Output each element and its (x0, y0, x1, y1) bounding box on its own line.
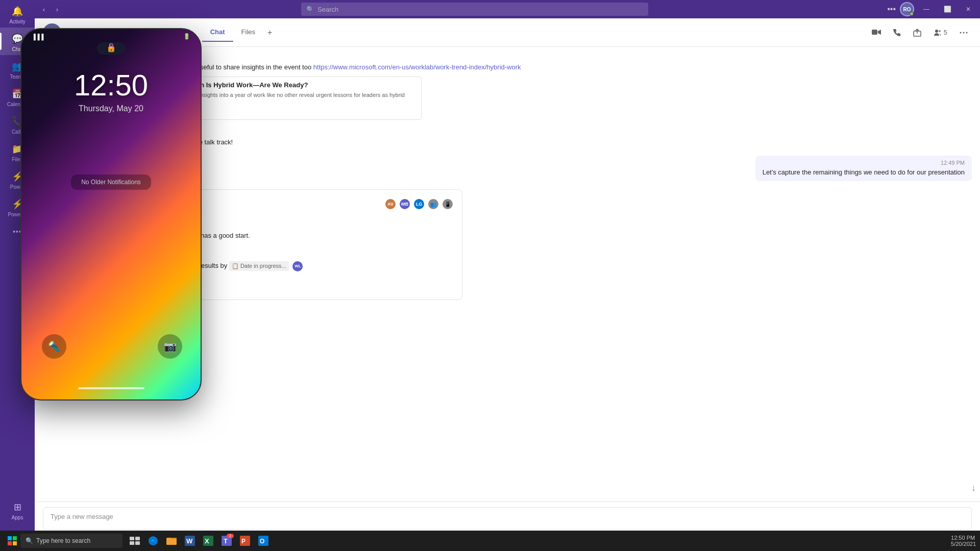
taskbar-right: 12:50 PM5/20/2021 (951, 535, 976, 547)
phone-mockup: ▐▐▐ 🔋 🔓 12:50 Thursday, May 20 No Older … (20, 28, 202, 400)
taskbar-apps: W X T 2 P O (127, 533, 272, 549)
sidebar-item-apps[interactable]: ⊞ Apps (0, 496, 35, 523)
message-input-placeholder: Type a new message (51, 513, 113, 520)
sidebar-item-activity[interactable]: 🔔 Activity (0, 0, 35, 28)
apps-icon: ⊞ (11, 501, 23, 513)
participant-avatar-3: LG (413, 198, 425, 210)
next-steps-avatars: AV MB LG 👥 📱 (384, 198, 454, 210)
share-button[interactable] (909, 24, 925, 41)
svg-text:X: X (205, 537, 209, 545)
svg-point-2 (935, 30, 938, 33)
title-bar-nav: ‹ › (39, 4, 62, 14)
taskbar-excel[interactable]: X (200, 533, 216, 549)
phone-flashlight-icon: 🔦 (42, 334, 66, 359)
svg-point-3 (939, 30, 941, 32)
phone-time: 12:50 (74, 68, 148, 102)
search-bar[interactable]: 🔍 Search (301, 3, 648, 16)
participants-count: 5 (944, 29, 947, 36)
taskbar-powerpoint[interactable]: P (237, 533, 253, 549)
svg-rect-17 (135, 537, 140, 540)
taskbar-teams[interactable]: T 2 (218, 533, 235, 549)
self-message-time: 12:49 PM (763, 160, 965, 166)
svg-rect-16 (130, 537, 134, 540)
participant-avatar-2: MB (399, 198, 411, 210)
taskbar-task-view[interactable] (127, 533, 143, 549)
start-button[interactable] (4, 533, 20, 549)
taskbar-search-icon: 🔍 (26, 537, 33, 544)
chat-tabs: Chat Files + (202, 24, 277, 41)
svg-rect-13 (13, 536, 17, 540)
participant-avatar-group: 👥 (427, 198, 439, 210)
more-options-button[interactable]: ••• (887, 5, 896, 14)
svg-text:P: P (241, 538, 246, 545)
audio-call-button[interactable] (889, 24, 905, 41)
svg-rect-12 (8, 536, 12, 540)
svg-rect-18 (130, 541, 134, 545)
title-bar-right: ••• RO — ⬜ ✕ (887, 2, 976, 16)
svg-rect-14 (8, 541, 12, 545)
phone-lock-icon: 🔓 (106, 43, 116, 53)
nav-forward-button[interactable]: › (52, 4, 62, 14)
svg-text:T: T (224, 537, 228, 545)
taskbar-time: 12:50 PM5/20/2021 (951, 535, 976, 547)
taskbar-search-placeholder: Type here to search (36, 537, 90, 544)
close-button[interactable]: ✕ (961, 6, 976, 13)
search-icon: 🔍 (306, 6, 314, 13)
search-placeholder: Search (317, 6, 338, 13)
scroll-to-bottom[interactable]: ↓ (971, 483, 976, 493)
sidebar-label-activity: Activity (9, 19, 26, 24)
participants-button[interactable]: 5 (929, 27, 951, 39)
svg-rect-19 (135, 541, 140, 545)
phone-screen: ▐▐▐ 🔋 🔓 12:50 Thursday, May 20 No Older … (21, 29, 201, 399)
tab-files[interactable]: Files (233, 24, 263, 42)
svg-rect-0 (872, 30, 877, 35)
chat-header-right: 5 (868, 24, 972, 41)
weston-avatar-inline: WL (292, 261, 303, 271)
taskbar-outlook[interactable]: O (255, 533, 272, 549)
phone-battery: 🔋 (183, 33, 190, 40)
phone-camera-icon: 📷 (158, 334, 182, 359)
user-avatar[interactable]: RO (900, 2, 914, 16)
phone-signal: ▐▐▐ (32, 34, 43, 40)
nav-back-button[interactable]: ‹ (39, 4, 49, 14)
message-input-box[interactable]: Type a new message (43, 507, 972, 530)
svg-point-5 (963, 32, 965, 33)
phone-date: Thursday, May 20 (79, 104, 143, 113)
participant-avatar-device: 📱 (442, 198, 454, 210)
more-header-button[interactable] (955, 24, 972, 41)
svg-text:W: W (186, 537, 193, 545)
participant-avatar-1: AV (384, 198, 397, 210)
message-link[interactable]: https://www.microsoft.com/en-us/worklab/… (313, 63, 521, 71)
video-call-button[interactable] (868, 24, 885, 41)
self-message-bubble: 12:49 PM Let's capture the remaining thi… (755, 156, 972, 182)
svg-rect-15 (13, 541, 17, 545)
phone-bottom-icons: 🔦 📷 (42, 334, 182, 359)
tab-chat[interactable]: Chat (202, 24, 233, 42)
activity-icon: 🔔 (11, 5, 23, 17)
phone-home-bar (78, 387, 144, 389)
title-bar: ‹ › 🔍 Search ••• RO — ⬜ ✕ (35, 0, 980, 18)
taskbar-file-explorer[interactable] (163, 533, 180, 549)
svg-text:O: O (260, 538, 264, 545)
taskbar-word[interactable]: W (182, 533, 198, 549)
phone-notification: No Older Notifications (71, 174, 151, 190)
add-tab-button[interactable]: + (263, 24, 276, 41)
sidebar-label-apps: Apps (12, 515, 23, 520)
svg-point-4 (960, 32, 962, 33)
svg-rect-21 (166, 538, 177, 545)
taskbar: 🔍 Type here to search (0, 531, 980, 551)
taskbar-search[interactable]: 🔍 Type here to search (20, 534, 122, 548)
task-date-badge: 📋 Date in progress... (229, 261, 289, 271)
phone-status-bar: ▐▐▐ 🔋 (21, 29, 201, 40)
taskbar-teams-badge: 2 (227, 534, 234, 538)
taskbar-edge[interactable] (145, 533, 161, 549)
self-message-text: Let's capture the remaining things we ne… (763, 167, 965, 178)
avatar-online-badge (910, 12, 914, 16)
maximize-button[interactable]: ⬜ (939, 6, 957, 13)
svg-point-6 (966, 32, 968, 33)
minimize-button[interactable]: — (918, 6, 935, 13)
